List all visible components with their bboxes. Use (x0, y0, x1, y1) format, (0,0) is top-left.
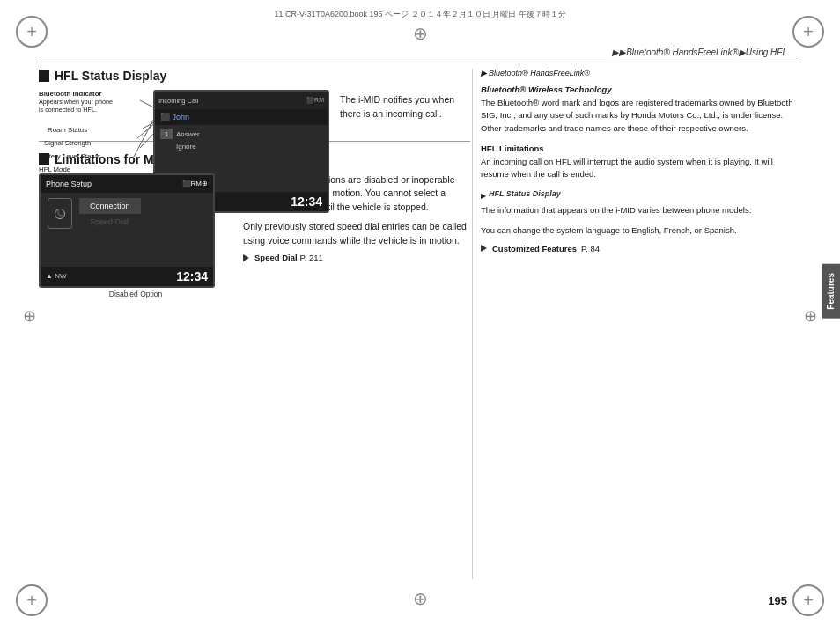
corner-decoration-tr (792, 16, 824, 48)
label-bluetooth-sub: Appears when your phoneis connected to H… (39, 98, 113, 114)
section1-title: HFL Status Display (55, 69, 166, 83)
imid2-menu-speeddial[interactable]: Speed Dial (79, 214, 141, 230)
imid2-time: 12:34 (176, 269, 208, 283)
rc-cross-ref-arrow-icon (481, 245, 487, 252)
imid2-phone-circle: 📞 (55, 209, 65, 219)
imid2-menu: Connection Speed Dial (79, 198, 141, 230)
page-number: 195 (768, 594, 787, 607)
top-center-cross: ⊕ (413, 23, 428, 44)
rc-header: ▶ Bluetooth® HandsFreeLink® (481, 69, 801, 77)
imid-time: 12:34 (291, 195, 322, 209)
rc-subsection-hfl-status: ▶ HFL Status Display The information tha… (481, 189, 801, 254)
imid-option-label-answer: Answer (176, 130, 200, 138)
rc-sub3-indicator: ▶ (481, 192, 486, 200)
imid2-title-text: Phone Setup (46, 180, 92, 188)
corner-decoration-br (792, 584, 824, 616)
right-column: ▶ Bluetooth® HandsFreeLink® Bluetooth® W… (481, 69, 801, 262)
corner-decoration-tl (16, 16, 48, 48)
label-bluetooth-indicator: Bluetooth Indicator Appears when your ph… (39, 90, 149, 114)
imid2-nav: ▲ NW (46, 272, 66, 280)
rc-sub2-body: An incoming call on HFL will interrupt t… (481, 156, 801, 181)
features-tab: Features (822, 264, 840, 319)
diagram-area: Bluetooth Indicator Appears when your ph… (39, 90, 329, 127)
section-heading-block (39, 70, 49, 82)
imid2-body: 📞 Connection Speed Dial (41, 193, 213, 235)
rc-sub1-title: Bluetooth® Wireless Technology (481, 85, 801, 94)
section2-diagram: Phone Setup ⬛RM⊕ 📞 Connection Speed Dial (39, 173, 232, 298)
imid-option-label-ignore: Ignore (176, 143, 196, 151)
rc-header-text: Bluetooth® HandsFreeLink® (489, 69, 590, 77)
imid2-phone-symbol: 📞 (56, 210, 64, 217)
imid2-title-bar: Phone Setup ⬛RM⊕ (41, 175, 213, 193)
section-hfl-status: HFL Status Display Bluetooth Indicator A… (39, 69, 470, 127)
label-battery-level: Battery Level Status (39, 152, 149, 160)
rc-sub3-title: HFL Status Display (489, 189, 561, 198)
header-rule (39, 62, 801, 62)
imid2-bottom-bar: ▲ NW 12:34 (41, 267, 213, 286)
column-divider (472, 69, 473, 579)
file-info-bar: 11 CR-V-31T0A6200.book 195 ページ ２０１４年２月１０… (53, 9, 787, 20)
label-roam-status: Roam Status (48, 126, 149, 134)
imid-status-left: Incoming Call (158, 97, 198, 105)
imid-screen-2: Phone Setup ⬛RM⊕ 📞 Connection Speed Dial (39, 173, 215, 288)
imid-options: 1 Answer Ignore (155, 125, 328, 157)
rc-header-arrows: ▶ (481, 69, 487, 77)
section1-body-text: The i-MID notifies you when there is an … (340, 90, 470, 121)
imid-option-answer: 1 Answer (160, 129, 322, 139)
rc-cross-ref-page: P. 84 (581, 244, 600, 254)
rc-sub3-header: ▶ HFL Status Display (481, 189, 801, 202)
section2-body2: Only previously stored speed dial entrie… (243, 220, 470, 248)
imid2-icons: ⬛RM⊕ (182, 180, 208, 187)
imid-status-icons: ⬛RM (306, 97, 324, 104)
cross-ref-arrow-icon (243, 254, 249, 261)
section2-cross-ref-page: P. 211 (300, 253, 323, 262)
section1-heading: HFL Status Display (39, 69, 470, 83)
rc-sub3-body2: You can change the system language to En… (481, 224, 801, 237)
screen2-label: Disabled Option (39, 290, 232, 298)
imid-option-num-1: 1 (160, 129, 173, 139)
right-center-cross: ⊕ (804, 306, 817, 326)
breadcrumb: ▶▶Bluetooth® HandsFreeLink®▶Using HFL (612, 48, 787, 57)
rc-cross-ref-text: Customized Features (492, 244, 577, 254)
rc-subsection-bluetooth-tech: Bluetooth® Wireless Technology The Bluet… (481, 85, 801, 135)
bottom-center-cross: ⊕ (413, 588, 428, 609)
section2-cross-ref: Speed Dial P. 211 (243, 253, 470, 262)
label-signal-strength: Signal Strength (44, 139, 149, 147)
left-column: HFL Status Display Bluetooth Indicator A… (39, 69, 470, 312)
imid-option-ignore: Ignore (160, 141, 322, 151)
imid-caller-name: ⬛ John (160, 113, 189, 121)
rc-sub3-cross-ref: Customized Features P. 84 (481, 244, 801, 254)
rc-sub3-body1: The information that appears on the i-MI… (481, 204, 801, 217)
rc-sub1-body: The Bluetooth® word mark and logos are r… (481, 97, 801, 135)
imid2-menu-connection[interactable]: Connection (79, 198, 141, 214)
imid-caller-bar: ⬛ John (155, 109, 328, 125)
imid-option-num-2 (160, 141, 173, 151)
rc-sub2-title: HFL Limitations (481, 143, 801, 153)
section2-cross-ref-text: Speed Dial (254, 253, 298, 262)
section1-content: Bluetooth Indicator Appears when your ph… (39, 90, 470, 127)
rc-subsection-hfl-limitations: HFL Limitations An incoming call on HFL … (481, 143, 801, 181)
left-center-cross: ⊕ (23, 306, 36, 326)
corner-decoration-bl (16, 584, 48, 616)
imid-top-bar: Incoming Call ⬛RM (155, 92, 328, 109)
imid2-phone-icon: 📞 (48, 198, 72, 229)
